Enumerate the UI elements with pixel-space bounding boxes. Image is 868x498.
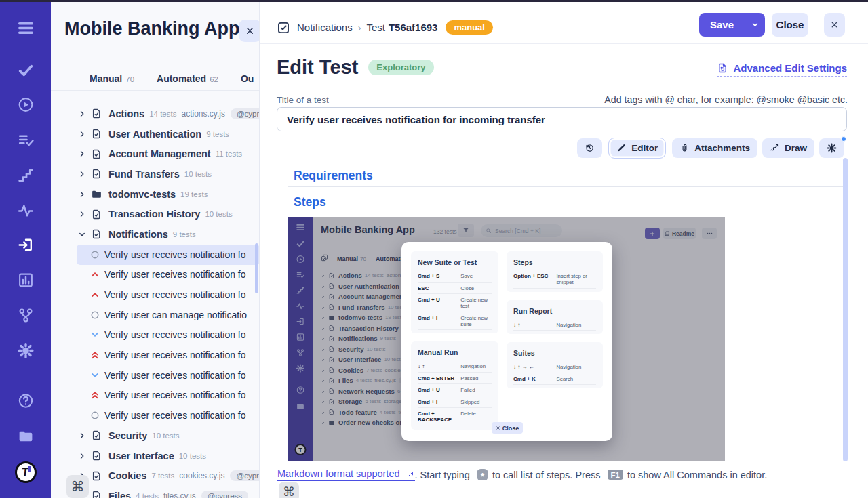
chevron-down-icon[interactable] bbox=[78, 230, 86, 238]
close-button[interactable]: Close bbox=[772, 13, 808, 37]
markdown-link-label: Markdown format supported bbox=[277, 468, 400, 479]
editor-header: Notifications › Test T56af1693 manual Sa… bbox=[260, 2, 868, 44]
command-palette-badge[interactable]: ⌘ bbox=[279, 482, 299, 498]
status-circle-icon bbox=[90, 250, 100, 260]
tree-item-count: 19 tests bbox=[180, 190, 208, 199]
steps-divider bbox=[288, 213, 844, 213]
tree-item-label: Transaction History bbox=[108, 209, 200, 220]
tree-test-item[interactable]: Verify user receives notification fo bbox=[51, 405, 260, 426]
panel-close-button[interactable] bbox=[239, 20, 260, 42]
breadcrumb-test-id[interactable]: T56af1693 bbox=[389, 22, 438, 33]
chevron-right-icon[interactable] bbox=[78, 210, 86, 218]
chevron-right-icon[interactable] bbox=[78, 130, 86, 138]
tree-suite-item[interactable]: Account Management11 tests bbox=[51, 144, 260, 164]
draw-tab-button[interactable]: Draw bbox=[762, 138, 814, 158]
footer-text: . Start typing bbox=[415, 470, 470, 480]
title-field-label: Title of a test bbox=[277, 95, 329, 105]
shortcut-keys: ↓ ↑ bbox=[513, 322, 556, 328]
breadcrumb-suite[interactable]: Notifications bbox=[297, 22, 353, 33]
sidebar-menu-icon[interactable] bbox=[17, 20, 34, 37]
editor-tab-button[interactable]: Editor bbox=[608, 138, 666, 159]
shortcuts-modal-close-label: Close bbox=[502, 425, 519, 432]
chevron-right-icon[interactable] bbox=[78, 432, 86, 440]
shortcut-section: Suites↓ ↑ → ←NavigationCmd + KSearch bbox=[507, 342, 603, 388]
tree-suite-item[interactable]: Fund Transfers10 tests bbox=[51, 164, 260, 184]
tree-test-item[interactable]: Verify user receives notification fo bbox=[51, 285, 260, 305]
shortcut-keys: Option + ESC bbox=[513, 273, 556, 279]
sidebar-git-branch-icon[interactable] bbox=[17, 307, 34, 324]
tree-suite-item[interactable]: Actions14 testsactions.cy.js@cypress bbox=[51, 104, 260, 124]
suites-tab-ou[interactable]: Ou bbox=[241, 73, 254, 84]
sidebar-play-circle-icon[interactable] bbox=[17, 96, 34, 113]
tree-test-item[interactable]: Verify user receives notification fo bbox=[51, 365, 260, 386]
tree-test-item[interactable]: Verify user can manage notificatio bbox=[51, 305, 260, 325]
tree-test-item[interactable]: Verify user receives notification fo bbox=[51, 265, 260, 285]
field-labels-row: Title of a test Add tags with @ char, fo… bbox=[277, 94, 848, 105]
shortcut-description: Passed bbox=[460, 375, 478, 381]
breadcrumb-test-prefix: Test bbox=[366, 22, 385, 33]
sidebar-steps-icon[interactable] bbox=[17, 167, 34, 184]
attachments-tab-button[interactable]: Attachments bbox=[672, 138, 757, 158]
shortcut-description: Failed bbox=[460, 387, 475, 393]
tree-suite-item[interactable]: Security10 tests bbox=[51, 426, 260, 446]
main-area: Notifications › Test T56af1693 manual Sa… bbox=[260, 2, 868, 498]
tree-item-label: Files bbox=[108, 491, 131, 498]
history-icon bbox=[585, 143, 595, 153]
testomat-logo[interactable]: T bbox=[15, 461, 37, 483]
tree-test-item[interactable]: Verify user receives notification fo bbox=[77, 245, 260, 265]
pencil-icon bbox=[616, 143, 627, 153]
dismiss-button[interactable] bbox=[824, 13, 845, 37]
sidebar-check-icon[interactable] bbox=[17, 62, 34, 79]
main-scrollbar[interactable] bbox=[843, 158, 848, 461]
markdown-link[interactable]: Markdown format supported bbox=[277, 468, 415, 481]
test-title-input[interactable] bbox=[277, 107, 847, 131]
tree-suite-item[interactable]: Transaction History10 tests bbox=[51, 204, 260, 224]
tree-scrollbar[interactable] bbox=[255, 243, 258, 293]
tree-item-file: files.cy.js bbox=[163, 491, 196, 498]
chevron-right-icon[interactable] bbox=[78, 170, 86, 178]
chevron-right-icon[interactable] bbox=[78, 150, 86, 158]
tab-count: 70 bbox=[125, 75, 134, 83]
chevron-right-icon[interactable] bbox=[78, 190, 86, 199]
tree-test-item[interactable]: Verify user receives notification fo bbox=[51, 325, 260, 346]
sidebar-folder-icon[interactable] bbox=[17, 428, 34, 444]
advanced-edit-settings-link[interactable]: Advanced Edit Settings bbox=[717, 62, 847, 77]
chevron-right-icon[interactable] bbox=[78, 452, 86, 460]
command-palette-badge[interactable]: ⌘ bbox=[66, 475, 89, 498]
sidebar-sign-in-icon[interactable] bbox=[17, 236, 34, 253]
shortcut-description: Create new test bbox=[460, 297, 492, 309]
shortcut-row: Option + ESCInsert step or snippet bbox=[513, 270, 596, 289]
shortcut-row: ↓ ↑Navigation bbox=[418, 360, 492, 373]
history-button[interactable] bbox=[577, 138, 602, 158]
tree-item-label: todomvc-tests bbox=[108, 189, 176, 200]
tree-item-label: Cookies bbox=[108, 470, 146, 481]
suites-tab-automated[interactable]: Automated62 bbox=[157, 73, 218, 84]
sidebar-help-circle-icon[interactable] bbox=[17, 392, 34, 409]
tab-label: Automated bbox=[157, 73, 206, 84]
tree-item-label: Verify user receives notification fo bbox=[104, 269, 246, 280]
sidebar-bar-chart-icon[interactable] bbox=[17, 272, 34, 289]
tree-test-item[interactable]: Verify user receives notification fo bbox=[51, 345, 260, 365]
steps-heading[interactable]: Steps bbox=[294, 195, 326, 209]
save-button[interactable]: Save bbox=[699, 13, 765, 37]
tree-suite-item[interactable]: User Interface10 tests bbox=[51, 446, 260, 466]
tree-item-count: 11 tests bbox=[216, 150, 242, 158]
tree-suite-item[interactable]: User Authentication9 tests bbox=[51, 124, 260, 144]
editor-settings-button[interactable] bbox=[819, 138, 844, 158]
tree-test-item[interactable]: Verify user receives notification fo bbox=[51, 386, 260, 406]
tree-item-label: Verify user receives notification fo bbox=[104, 370, 246, 381]
shortcut-keys: ↓ ↑ bbox=[418, 363, 460, 369]
tree-suite-item[interactable]: Notifications9 tests bbox=[51, 224, 260, 245]
suites-tab-manual[interactable]: Manual70 bbox=[90, 73, 134, 84]
shortcut-section: StepsOption + ESCInsert step or snippet bbox=[507, 251, 603, 292]
chevron-right-icon[interactable] bbox=[78, 110, 86, 118]
project-title: Mobile Banking App bbox=[64, 18, 240, 39]
tree-suite-item[interactable]: todomvc-tests19 tests bbox=[51, 184, 260, 205]
sidebar-activity-icon[interactable] bbox=[17, 202, 34, 219]
sidebar-gear-icon[interactable] bbox=[17, 342, 34, 359]
status-highest-icon bbox=[90, 390, 100, 400]
chevron-down-icon[interactable] bbox=[751, 20, 760, 29]
requirements-heading[interactable]: Requirements bbox=[294, 169, 373, 183]
shortcut-section: Manual Run↓ ↑NavigationCmd + ENTERPassed… bbox=[411, 341, 498, 430]
sidebar-list-check-icon[interactable] bbox=[17, 131, 34, 148]
